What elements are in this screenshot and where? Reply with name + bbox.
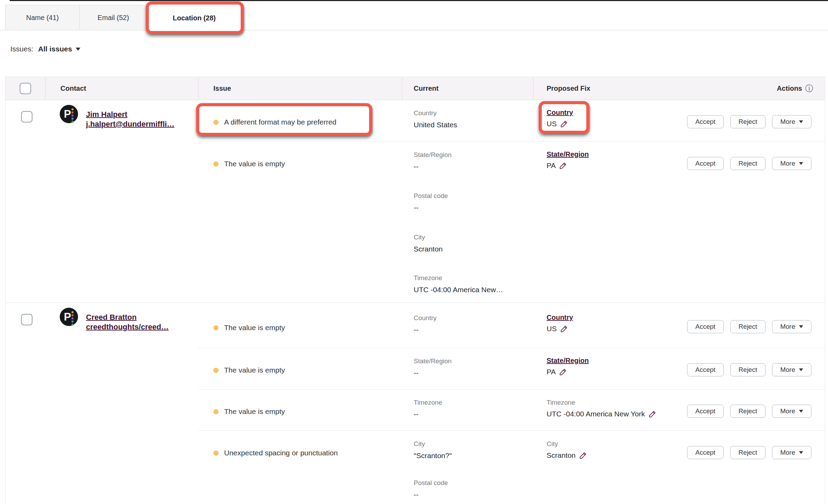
chevron-down-icon [799, 451, 803, 454]
contact-avatar: P [60, 308, 78, 326]
warning-dot-icon [213, 120, 219, 125]
contact-email-link[interactable]: j.halpert@dundermiffli… [86, 119, 174, 129]
more-button-label: More [780, 118, 795, 126]
row-checkbox-cell [21, 111, 32, 122]
current-field-value: -- [414, 368, 533, 377]
current-field-label: City [414, 440, 533, 448]
field-row: Postal code -- [199, 472, 826, 504]
edit-pencil-icon[interactable] [559, 367, 568, 376]
accept-button[interactable]: Accept [687, 446, 724, 459]
more-button[interactable]: More [772, 446, 811, 459]
row-checkbox[interactable] [21, 111, 32, 122]
row-checkbox[interactable] [21, 314, 32, 325]
current-field-value: -- [414, 162, 533, 171]
more-button-label: More [780, 449, 795, 456]
proposed-field-value: Scranton [547, 451, 576, 459]
avatar-logo-dots-icon [71, 311, 74, 326]
more-button[interactable]: More [772, 157, 811, 170]
edit-pencil-icon[interactable] [560, 119, 569, 128]
edit-pencil-icon[interactable] [648, 409, 657, 418]
issue-rows: A different format may be preferred Coun… [199, 100, 826, 303]
current-field-label: Country [414, 314, 533, 322]
data-quality-review-page: Name (41) Email (52) Location (28) Issue… [0, 0, 828, 504]
more-button[interactable]: More [772, 320, 811, 333]
edit-pencil-icon[interactable] [560, 324, 569, 333]
contact-group-jim-halpert: P Jim Halpert j.halpert@dundermiffli… A … [6, 100, 825, 303]
accept-button[interactable]: Accept [687, 115, 724, 128]
avatar-letter: P [64, 311, 71, 323]
tab-location[interactable]: Location (28) [147, 5, 242, 31]
proposed-field-link[interactable]: Country [547, 108, 573, 117]
contact-name-link[interactable]: Creed Bratton [86, 313, 169, 322]
issues-filter-dropdown[interactable]: All issues [38, 45, 80, 53]
avatar-logo-dots-icon [71, 108, 74, 123]
chevron-down-icon [799, 120, 803, 123]
issues-filter-value: All issues [38, 45, 72, 53]
proposed-field-link[interactable]: Country [547, 313, 573, 322]
reject-button[interactable]: Reject [730, 115, 766, 128]
contact-group-creed-bratton: P Creed Bratton creedthoughts/creed… The… [6, 303, 825, 504]
tab-email[interactable]: Email (52) [79, 5, 147, 30]
chevron-down-icon [799, 162, 803, 165]
proposed-field-value: PA [547, 161, 556, 170]
issue-text: The value is empty [224, 407, 285, 416]
warning-dot-icon [213, 409, 219, 414]
accept-button[interactable]: Accept [687, 157, 724, 170]
more-button[interactable]: More [772, 115, 811, 128]
chevron-down-icon [76, 48, 80, 51]
select-all-checkbox[interactable] [20, 83, 31, 94]
proposed-field-link[interactable]: State/Region [547, 356, 589, 365]
more-button-label: More [780, 323, 795, 330]
header-proposed-fix: Proposed Fix [533, 77, 682, 100]
field-row: Timezone UTC -04:00 America New… [199, 265, 826, 303]
contact-identity: Creed Bratton creedthoughts/creed… [86, 313, 169, 332]
issues-filter-label: Issues: [10, 45, 33, 53]
issue-text: The value is empty [224, 366, 285, 374]
current-field-label: State/Region [414, 151, 533, 159]
current-field-value: "Scranton?" [414, 451, 533, 460]
issues-filter: Issues: All issues [10, 45, 80, 53]
contact-email-link[interactable]: creedthoughts/creed… [86, 322, 169, 332]
proposed-field-value: US [547, 325, 557, 333]
accept-button[interactable]: Accept [687, 405, 724, 418]
current-field-label: Postal code [414, 192, 533, 200]
current-field-value: Scranton [414, 245, 533, 254]
current-field-label: City [414, 233, 533, 241]
issue-row: The value is empty Country -- Country US [199, 303, 826, 348]
more-button-label: More [780, 407, 795, 415]
more-button[interactable]: More [772, 405, 811, 418]
contact-name-link[interactable]: Jim Halpert [86, 110, 174, 119]
chevron-down-icon [799, 368, 803, 371]
accept-button[interactable]: Accept [687, 320, 724, 333]
proposed-field-link[interactable]: State/Region [547, 150, 589, 158]
issue-row: Unexpected spacing or punctuation City "… [199, 431, 826, 472]
warning-dot-icon [213, 161, 219, 167]
proposed-field-label: City [547, 440, 558, 447]
reject-button[interactable]: Reject [730, 363, 766, 376]
edit-pencil-icon[interactable] [559, 161, 568, 170]
field-row: Postal code -- [199, 183, 826, 224]
current-field-value: -- [414, 410, 533, 419]
info-icon[interactable]: ⓘ [805, 85, 813, 92]
chevron-down-icon [799, 325, 803, 328]
header-issue: Issue [199, 77, 402, 100]
header-current: Current [402, 77, 533, 100]
more-button[interactable]: More [772, 363, 811, 376]
edit-pencil-icon[interactable] [579, 451, 588, 459]
issue-row: A different format may be preferred Coun… [199, 100, 826, 141]
reject-button[interactable]: Reject [730, 405, 766, 418]
issue-row: The value is empty State/Region -- State… [199, 141, 826, 183]
accept-button[interactable]: Accept [687, 363, 724, 376]
reject-button[interactable]: Reject [730, 446, 766, 459]
warning-dot-icon [213, 368, 219, 373]
current-field-value: UTC -04:00 America New… [414, 285, 533, 294]
tab-name[interactable]: Name (41) [5, 5, 79, 30]
issue-category-tabs: Name (41) Email (52) Location (28) [5, 5, 242, 30]
reject-button[interactable]: Reject [730, 320, 766, 333]
header-contact: Contact [46, 77, 199, 100]
row-checkbox-cell [21, 314, 32, 325]
proposed-field-value: PA [547, 368, 556, 376]
contact-identity: Jim Halpert j.halpert@dundermiffli… [86, 110, 174, 129]
current-field-label: Country [414, 109, 533, 117]
reject-button[interactable]: Reject [730, 157, 766, 170]
